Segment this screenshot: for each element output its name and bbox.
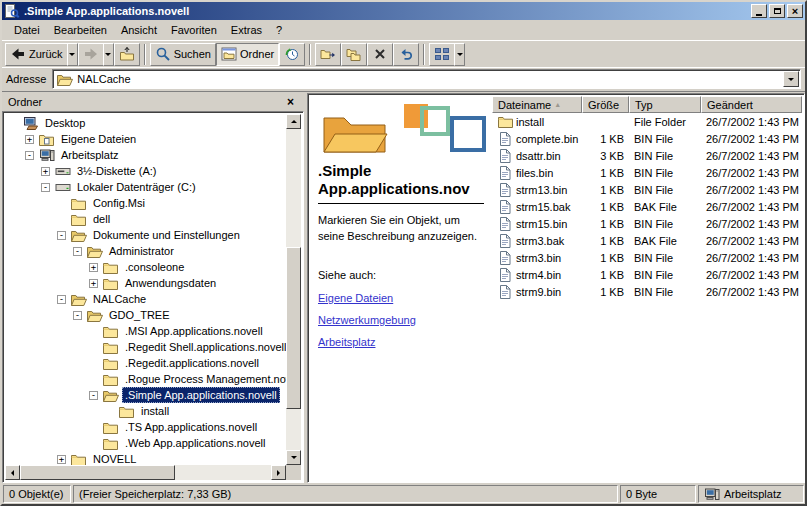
webview-description: Markieren Sie ein Objekt, um seine Besch… [318,213,484,245]
collapse-icon[interactable]: - [73,247,82,256]
tree-item-label: .consoleone [122,259,187,275]
tree-item[interactable]: +Eigene Dateien [5,131,286,147]
views-button[interactable] [429,43,455,66]
file-name: strm4.bin [516,269,561,281]
collapse-icon[interactable]: - [25,151,34,160]
views-dropdown[interactable] [454,43,465,66]
file-type: BIN File [629,269,701,281]
column-header[interactable]: Dateiname▲ [492,96,582,113]
collapse-icon[interactable]: - [57,231,66,240]
expand-icon[interactable]: + [89,263,98,272]
tree-item[interactable]: dell [5,211,286,227]
tree-item[interactable]: +.consoleone [5,259,286,275]
file-row[interactable]: strm15.bin1 KBBIN File26/7/2002 1:43 PM [492,215,802,232]
tree-item[interactable]: Config.Msi [5,195,286,211]
folders-button[interactable]: Ordner [216,43,279,66]
collapse-icon[interactable]: - [41,183,50,192]
file-size: 1 KB [582,167,629,179]
expand-icon[interactable]: + [89,279,98,288]
desktop-icon [22,115,39,131]
tree-item[interactable]: +NOVELL [5,451,286,465]
tree-item[interactable]: -Lokaler Datenträger (C:) [5,179,286,195]
collapse-icon[interactable]: - [57,295,66,304]
menu-item[interactable]: Datei [7,22,47,38]
menu-item[interactable]: Favoriten [164,22,224,38]
file-name: strm15.bak [516,201,570,213]
tree-item[interactable]: .TS App.applications.novell [5,419,286,435]
search-button[interactable]: Suchen [150,43,216,66]
file-row[interactable]: strm9.bin1 KBBIN File26/7/2002 1:43 PM [492,283,802,300]
back-dropdown[interactable] [67,43,78,66]
address-bar: Adresse NALCache [2,68,805,92]
status-zone-label: Arbeitsplatz [724,488,781,500]
webview-link[interactable]: Netzwerkumgebung [318,314,484,326]
file-modified: 26/7/2002 1:43 PM [701,218,802,230]
file-row[interactable]: strm15.bak1 KBBAK File26/7/2002 1:43 PM [492,198,802,215]
file-row[interactable]: complete.bin1 KBBIN File26/7/2002 1:43 P… [492,130,802,147]
expand-icon[interactable]: + [25,135,34,144]
tree-item[interactable]: -NALCache [5,291,286,307]
menu-item[interactable]: Ansicht [114,22,164,38]
scroll-left-button[interactable] [5,465,20,480]
tree-item[interactable]: .Regedit Shell.applications.novell [5,339,286,355]
close-button[interactable]: × [787,4,803,18]
file-row[interactable]: strm3.bin1 KBBIN File26/7/2002 1:43 PM [492,249,802,266]
tree-item[interactable]: install [5,403,286,419]
tree-item[interactable]: .Regedit.applications.novell [5,355,286,371]
tree-item[interactable]: Desktop [5,115,286,131]
delete-button[interactable] [367,43,393,66]
maximize-button[interactable] [769,4,785,18]
menu-item[interactable]: Extras [224,22,269,38]
tree-item[interactable]: +Anwendungsdaten [5,275,286,291]
close-panel-button[interactable]: × [283,95,298,109]
scroll-down-button[interactable] [286,450,301,465]
menu-item[interactable]: Bearbeiten [47,22,114,38]
column-header[interactable]: Geändert [701,96,802,113]
menu-item[interactable]: ? [269,22,289,38]
webview-link[interactable]: Eigene Dateien [318,292,484,304]
expand-icon[interactable]: + [41,167,50,176]
file-row[interactable]: strm13.bin1 KBBIN File26/7/2002 1:43 PM [492,181,802,198]
tree-item[interactable]: .Web App.applications.novell [5,435,286,451]
tree-item[interactable]: -.Simple App.applications.novell [5,387,286,403]
tree-item[interactable]: .MSI App.applications.novell [5,323,286,339]
forward-dropdown[interactable] [103,43,114,66]
forward-button[interactable] [78,43,104,66]
tree-vertical-scrollbar[interactable] [286,114,301,465]
tree-horizontal-scrollbar[interactable] [5,465,286,480]
collapse-icon[interactable]: - [89,391,98,400]
scroll-up-button[interactable] [286,114,301,129]
tree-item[interactable]: -GDO_TREE [5,307,286,323]
file-row[interactable]: strm4.bin1 KBBIN File26/7/2002 1:43 PM [492,266,802,283]
chevron-down-icon [788,78,794,81]
collapse-icon[interactable]: - [73,311,82,320]
column-header[interactable]: Größe [582,96,629,113]
file-row[interactable]: installFile Folder26/7/2002 1:43 PM [492,113,802,130]
tree-item[interactable]: -Arbeitsplatz [5,147,286,163]
up-button[interactable] [114,43,140,66]
webview-link[interactable]: Arbeitsplatz [318,336,484,348]
move-to-button[interactable] [315,43,341,66]
address-combo[interactable]: NALCache [52,69,801,89]
tree-item[interactable]: .Rogue Process Management.novell [5,371,286,387]
tree-item[interactable]: -Administrator [5,243,286,259]
file-row[interactable]: dsattr.bin3 KBBIN File26/7/2002 1:43 PM [492,147,802,164]
sort-ascending-icon: ▲ [554,101,561,108]
back-button[interactable]: Zurück [5,43,68,66]
tree-item-label: .Rogue Process Management.novell [122,371,286,387]
vertical-scrollbar-thumb[interactable] [286,247,301,408]
address-dropdown[interactable] [783,71,799,87]
file-row[interactable]: files.bin1 KBBIN File26/7/2002 1:43 PM [492,164,802,181]
column-header[interactable]: Typ [629,96,701,113]
copy-to-button[interactable] [341,43,367,66]
minimize-button[interactable] [751,4,767,18]
tree-item[interactable]: +3½-Diskette (A:) [5,163,286,179]
history-button[interactable] [279,43,305,66]
file-type: BAK File [629,201,701,213]
expand-icon[interactable]: + [57,455,66,464]
undo-button[interactable] [393,43,419,66]
file-row[interactable]: strm3.bak1 KBBAK File26/7/2002 1:43 PM [492,232,802,249]
scroll-right-button[interactable] [271,465,286,480]
horizontal-scrollbar-thumb[interactable] [20,465,175,480]
tree-item[interactable]: -Dokumente und Einstellungen [5,227,286,243]
